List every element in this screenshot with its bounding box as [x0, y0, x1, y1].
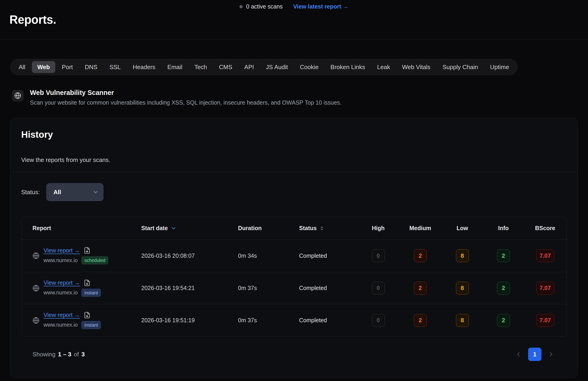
status-filter-value: All	[53, 189, 61, 196]
report-type-badge: instant	[81, 289, 101, 297]
chevron-left-icon	[515, 351, 522, 358]
col-status-label: Status	[299, 225, 316, 232]
start-date-cell: 2026-03-16 20:08:07	[141, 252, 238, 259]
top-header: 0 active scans View latest report → Repo…	[0, 0, 588, 40]
col-duration: Duration	[238, 225, 299, 232]
col-high: High	[357, 225, 399, 232]
tab-ssl[interactable]: SSL	[104, 61, 126, 73]
report-cell: View report → www.numex.io scheduled	[21, 247, 141, 264]
tab-email[interactable]: Email	[162, 61, 188, 73]
tab-dns[interactable]: DNS	[79, 61, 103, 73]
col-info: Info	[483, 225, 524, 232]
tab-broken-links[interactable]: Broken Links	[325, 61, 371, 73]
showing-summary: Showing 1 – 3 of 3	[32, 351, 85, 358]
pagination: 1	[513, 348, 556, 361]
high-count-cell: 0	[357, 282, 399, 295]
history-card: History View the reports from your scans…	[10, 118, 578, 378]
showing-label: Showing	[32, 351, 56, 358]
download-report-icon[interactable]	[84, 247, 91, 254]
high-count-cell: 0	[357, 249, 399, 262]
reports-table: Report Start date Duration Status High M…	[21, 217, 567, 337]
bscore-badge: 7.07	[536, 249, 554, 262]
active-scans-indicator: 0 active scans	[239, 3, 282, 10]
scanner-intro: Web Vulnerability Scanner Scan your webs…	[12, 89, 588, 106]
view-latest-report-link[interactable]: View latest report →	[293, 3, 349, 10]
tab-web-vitals[interactable]: Web Vitals	[397, 61, 436, 73]
view-report-link[interactable]: View report →	[43, 247, 80, 254]
low-count-cell: 8	[441, 249, 483, 262]
of-label: of	[74, 351, 79, 358]
chevron-down-icon	[93, 189, 99, 195]
scanner-description: Scan your website for common vulnerabili…	[30, 99, 341, 106]
col-low: Low	[441, 225, 483, 232]
status-cell: Completed	[299, 252, 357, 259]
history-subtitle: View the reports from your scans.	[21, 156, 567, 163]
active-scans-label: 0 active scans	[246, 3, 282, 10]
duration-cell: 0m 37s	[238, 285, 299, 291]
info-count-cell: 2	[483, 314, 524, 327]
tab-js-audit[interactable]: JS Audit	[260, 61, 293, 73]
medium-count-cell: 2	[399, 282, 441, 295]
tab-headers[interactable]: Headers	[127, 61, 161, 73]
tab-supply-chain[interactable]: Supply Chain	[437, 61, 484, 73]
status-cell: Completed	[299, 317, 357, 324]
tab-web[interactable]: Web	[32, 61, 55, 73]
col-report: Report	[21, 225, 141, 232]
tab-tech[interactable]: Tech	[189, 61, 212, 73]
page-1-button[interactable]: 1	[528, 348, 542, 361]
report-link-line: View report →	[43, 280, 101, 286]
prev-page-button[interactable]	[513, 349, 524, 359]
report-lines: View report → www.numex.io scheduled	[43, 247, 108, 264]
medium-count-badge: 2	[414, 314, 427, 327]
chevron-right-icon	[548, 351, 555, 358]
medium-count-badge: 2	[414, 282, 427, 295]
start-date-cell: 2026-03-16 19:51:19	[141, 317, 238, 324]
next-page-button[interactable]	[546, 349, 556, 359]
sort-desc-icon	[170, 225, 176, 231]
status-filter-select[interactable]: All	[46, 183, 104, 201]
table-row: View report → www.numex.io instant 2026-…	[21, 304, 567, 336]
download-report-icon[interactable]	[84, 280, 91, 286]
report-type-badge: scheduled	[81, 256, 108, 264]
table-row: View report → www.numex.io scheduled 202…	[21, 240, 567, 272]
tab-uptime[interactable]: Uptime	[484, 61, 514, 73]
scanner-intro-text: Web Vulnerability Scanner Scan your webs…	[30, 89, 341, 106]
col-start-date[interactable]: Start date	[141, 225, 238, 232]
report-domain: www.numex.io	[43, 257, 78, 263]
bscore-cell: 7.07	[524, 249, 567, 262]
report-cell: View report → www.numex.io instant	[21, 280, 141, 297]
domain-line: www.numex.io instant	[43, 321, 101, 329]
medium-count-badge: 2	[414, 249, 427, 262]
low-count-badge: 8	[456, 282, 469, 295]
table-footer: Showing 1 – 3 of 3 1	[21, 337, 567, 361]
start-date-cell: 2026-03-16 19:54:21	[141, 285, 238, 291]
tab-leak[interactable]: Leak	[372, 61, 396, 73]
download-report-icon[interactable]	[84, 312, 91, 319]
low-count-cell: 8	[441, 314, 483, 327]
tab-all[interactable]: All	[13, 61, 31, 73]
bscore-badge: 7.07	[536, 282, 554, 295]
view-report-link[interactable]: View report →	[43, 312, 80, 318]
active-scans-dot-icon	[239, 5, 243, 8]
col-medium: Medium	[399, 225, 441, 232]
domain-line: www.numex.io scheduled	[43, 256, 108, 264]
info-count-badge: 2	[497, 314, 510, 327]
globe-icon	[12, 90, 23, 101]
report-cell: View report → www.numex.io instant	[21, 312, 141, 329]
info-count-cell: 2	[483, 282, 524, 295]
tab-cms[interactable]: CMS	[213, 61, 238, 73]
report-link-line: View report →	[43, 247, 108, 254]
col-status[interactable]: Status	[299, 225, 357, 232]
tab-port[interactable]: Port	[56, 61, 78, 73]
tab-cookie[interactable]: Cookie	[294, 61, 324, 73]
view-report-link[interactable]: View report →	[43, 280, 80, 286]
bscore-cell: 7.07	[524, 314, 567, 327]
medium-count-cell: 2	[399, 249, 441, 262]
info-count-badge: 2	[497, 249, 510, 262]
report-domain: www.numex.io	[43, 290, 78, 296]
report-lines: View report → www.numex.io instant	[43, 280, 101, 297]
tab-api[interactable]: API	[239, 61, 259, 73]
card-divider	[10, 172, 578, 172]
high-count-badge: 0	[372, 314, 385, 327]
sort-updown-icon	[319, 226, 324, 231]
